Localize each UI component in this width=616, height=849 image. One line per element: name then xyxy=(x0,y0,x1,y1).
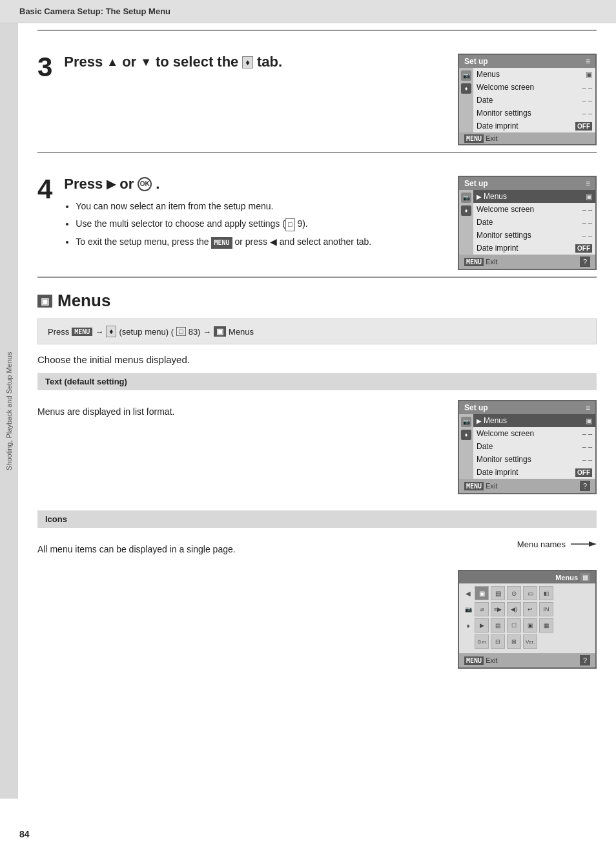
camera-screen-1: Set up ≡ 📷 ♦ xyxy=(458,54,597,145)
cs3-row-welcome: Welcome screen – – xyxy=(473,427,595,440)
cs2-header-label: Set up xyxy=(464,179,488,188)
icon-cell-2: ▤ xyxy=(491,586,505,600)
icon-cell-42: ⊟ xyxy=(491,634,505,649)
icon-cell-5: ▮▯ xyxy=(539,586,553,600)
icon-grid-screen: Menus ▦ ◀ ▣ ▤ ⊙ xyxy=(458,570,597,669)
camera-screen-1-body: 📷 ♦ Menus ▣ xyxy=(459,68,595,132)
icon-grid-icon: ▦ xyxy=(580,573,590,582)
cs1-header-label: Set up xyxy=(464,57,488,66)
cs1-header-icon: ≡ xyxy=(586,57,590,66)
icon-grid-footer-menu: MENU Exit xyxy=(464,656,498,664)
camera-screen-2: Set up ≡ 📷 ♦ xyxy=(458,176,597,270)
cs3-footer-question: ? xyxy=(580,481,590,491)
step4-number: 4 xyxy=(37,176,52,203)
icon-cell-menu: ▣ xyxy=(475,586,489,600)
icon-tab-camera: ◀ xyxy=(462,590,475,597)
icon-grid-footer: MENU Exit ? xyxy=(459,653,595,667)
cs2-row-menus: ▶ Menus ▣ xyxy=(473,190,595,203)
menus-description: Choose the initial menus displayed. xyxy=(37,354,597,365)
icon-cells-row3: ▶ ▤ ☐ ▣ ▦ xyxy=(475,618,553,633)
icon-cell-44: Ver. xyxy=(523,634,537,649)
nav-arrow1: → xyxy=(95,327,103,337)
nav-page-num: 83) → xyxy=(189,327,211,337)
icon-cell-4: ▭ xyxy=(523,586,537,600)
cs3-row-date: Date – – xyxy=(473,440,595,453)
icon-cells-row4: ⊙m ⊟ ⊠ Ver. xyxy=(475,634,537,649)
icon-row-1: ◀ ▣ ▤ ⊙ ▭ ▮▯ xyxy=(462,586,593,600)
camera-screen-2-header: Set up ≡ xyxy=(459,177,595,190)
step4-bullet-1: You can now select an item from the setu… xyxy=(76,199,445,213)
page-number: 84 xyxy=(19,829,30,839)
step4-ok-btn: OK xyxy=(138,177,152,191)
camera-screen-3: Set up ≡ 📷 ♦ ▶ xyxy=(458,400,597,494)
icon-cells-row1: ▣ ▤ ⊙ ▭ ▮▯ xyxy=(475,586,553,600)
step4-press: Press xyxy=(64,176,103,193)
icon-cell-32: ▤ xyxy=(491,618,505,633)
icon-grid-wrap: Menu names Menus ▦ xyxy=(458,538,597,669)
step4-bullet-3: To exit the setup menu, press the MENU o… xyxy=(76,235,445,249)
text-subsection-header: Text (default setting) xyxy=(37,373,597,390)
cs2-row-dateimprint: Date imprint OFF xyxy=(473,242,595,255)
icon-cells-row2: ⌀ ≡▶ ◀) ↩ IN xyxy=(475,602,553,616)
icons-subsection-content: All menu items can be displayed in a sin… xyxy=(37,534,597,672)
nav-tab-icon: ♦ xyxy=(106,326,116,337)
cs2-row-date: Date – – xyxy=(473,216,595,229)
step4-content: Press ▶ or OK . You can now select an it… xyxy=(64,176,597,270)
icon-cell-22: ≡▶ xyxy=(491,602,505,616)
cs1-row-welcome: Welcome screen – – xyxy=(473,81,595,94)
step3-tab-icon: ♦ xyxy=(242,56,253,68)
cs2-footer-menu: MENU Exit xyxy=(464,258,498,266)
step3-content: Press ▲ or ▼ to select the ♦ tab. xyxy=(64,54,597,145)
menus-icon: ▣ xyxy=(37,295,52,308)
step3-end: tab. xyxy=(257,54,282,70)
camera-screen-2-footer: MENU Exit ? xyxy=(459,255,595,269)
menus-title: ▣ Menus xyxy=(37,291,597,311)
cs3-row-dateimprint: Date imprint OFF xyxy=(473,466,595,479)
step3-heading: Press ▲ or ▼ to select the ♦ tab. xyxy=(64,54,282,70)
icon-cell-33: ☐ xyxy=(507,618,521,633)
step4-bullets: You can now select an item from the setu… xyxy=(76,199,445,249)
step3-down-arrow: ▼ xyxy=(140,56,152,69)
icon-cell-41: ⊙m xyxy=(475,634,489,649)
section-divider-menus xyxy=(37,277,597,278)
nav-menu-btn: MENU xyxy=(72,328,92,336)
cs1-footer-menu: MENU Exit xyxy=(464,134,498,142)
icon-grid-menus-label: Menus xyxy=(555,574,578,582)
camera-screen-3-wrap: Set up ≡ 📷 ♦ ▶ xyxy=(445,400,597,494)
step3-suffix: to select the xyxy=(156,54,238,70)
step4-body: You can now select an item from the setu… xyxy=(64,199,445,249)
cs3-row-menus: ▶ Menus ▣ xyxy=(473,414,595,427)
cs1-row-dateimprint: Date imprint OFF xyxy=(473,120,595,132)
icon-grid-footer-question: ? xyxy=(580,655,590,666)
icon-grid-body: ◀ ▣ ▤ ⊙ ▭ ▮▯ xyxy=(459,583,595,653)
sidebar-label: Shooting, Playback and Setup Menus xyxy=(0,23,18,799)
step4-heading: Press ▶ or OK . xyxy=(64,176,445,193)
cs2-row-welcome: Welcome screen – – xyxy=(473,203,595,216)
cs1-row-menus: Menus ▣ xyxy=(473,68,595,81)
step3-up-arrow: ▲ xyxy=(107,56,118,69)
cs1-row-monitor: Monitor settings – – xyxy=(473,107,595,120)
icon-cell-3: ⊙ xyxy=(507,586,521,600)
text-subsection-content: Menus are displayed in list format. Set … xyxy=(37,397,597,498)
cs3-header-label: Set up xyxy=(464,403,488,412)
menus-section: ▣ Menus Press MENU → ♦ (setup menu) ( □ … xyxy=(37,291,597,672)
nav-box: Press MENU → ♦ (setup menu) ( □ 83) → ▣ … xyxy=(37,319,597,344)
cs2-row-monitor: Monitor settings – – xyxy=(473,229,595,242)
icon-cell-21: ⌀ xyxy=(475,602,489,616)
step4-block: 4 Press ▶ or OK . xyxy=(37,166,597,270)
icons-subsection-header: Icons xyxy=(37,510,597,528)
icon-row-3: ♦ ▶ ▤ ☐ ▣ ▦ xyxy=(462,618,593,633)
page-header: Basic Camera Setup: The Setup Menu xyxy=(0,0,616,23)
step3-press: Press xyxy=(64,54,103,70)
camera-screen-3-header: Set up ≡ xyxy=(459,401,595,414)
icon-cell-35: ▦ xyxy=(539,618,553,633)
camera-screen-1-header: Set up ≡ xyxy=(459,55,595,68)
camera-screen-2-wrap: Set up ≡ 📷 ♦ xyxy=(445,176,597,270)
section-divider-step4 xyxy=(37,152,597,153)
icon-tab-3: ♦ xyxy=(462,622,475,629)
camera-screen-2-body: 📷 ♦ ▶ Menus ▣ xyxy=(459,190,595,255)
menu-names-arrow-svg xyxy=(571,538,597,550)
icon-tab-2: 📷 xyxy=(462,606,475,613)
icons-section: Icons All menu items can be displayed in… xyxy=(37,510,597,672)
nav-setup-menu: (setup menu) ( xyxy=(119,327,174,337)
